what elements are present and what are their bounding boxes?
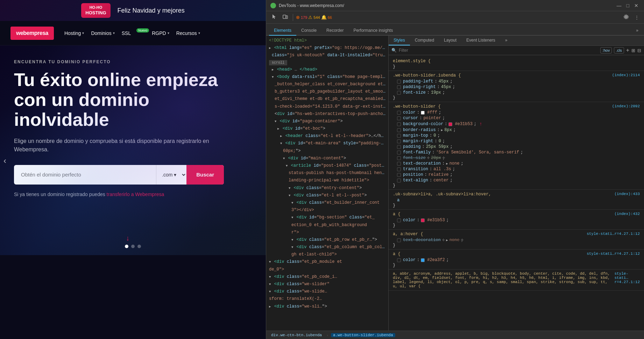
css-checkbox-4[interactable]: [397, 111, 401, 115]
css-prop-name-1[interactable]: padding-left: [403, 79, 433, 84]
html-builder-inner[interactable]: ▼ <div class="et_builder_inner_cont: [266, 199, 388, 207]
css-checkbox-2[interactable]: [397, 85, 401, 89]
html-pb-row[interactable]: ▼ <div class="et_pb_row et_pb_r…">: [266, 236, 388, 244]
devtools-minimize-btn[interactable]: —: [615, 3, 623, 8]
filter-icon-btn1[interactable]: ⊞: [631, 48, 635, 53]
css-val-a-color[interactable]: #e31b53: [427, 218, 445, 223]
nav-rgpd[interactable]: Nuevo RGPD ▾: [138, 30, 169, 36]
css-arrow-br[interactable]: ▶: [441, 128, 443, 132]
css-val-mt[interactable]: 0: [433, 133, 436, 138]
html-et-l-post[interactable]: ▼ <div class="et-l et-l--post">: [266, 192, 388, 199]
css-prop-name-a2-color[interactable]: color: [403, 258, 416, 262]
html-we-slide[interactable]: ▼ <div class="we-slide…: [266, 288, 388, 295]
css-val-ta[interactable]: center: [433, 178, 448, 183]
css-checkbox-19[interactable]: [397, 258, 401, 262]
css-color-swatch-a2[interactable]: [421, 258, 425, 262]
css-color-swatch-red[interactable]: [448, 122, 452, 126]
css-checkbox-18[interactable]: [397, 238, 401, 242]
css-arrow-ahover[interactable]: ▶: [446, 238, 448, 242]
css-prop-name-fs2[interactable]: font-size: [403, 156, 426, 160]
scroll-btn[interactable]: scroll: [269, 60, 287, 65]
css-prop-name-color[interactable]: color: [403, 110, 416, 115]
filter-hov-btn[interactable]: :hov: [600, 47, 612, 53]
css-checkbox-12[interactable]: [397, 156, 401, 160]
html-html-tag[interactable]: ▶ <html lang="es" prefix="og: https://og…: [266, 44, 388, 52]
css-checkbox-3[interactable]: [397, 91, 401, 95]
css-prop-name-2[interactable]: padding-right: [403, 85, 436, 89]
styles-tab-computed[interactable]: Computed: [410, 36, 439, 45]
css-prop-name-a-color[interactable]: color: [403, 218, 416, 223]
search-button[interactable]: Buscar: [186, 165, 224, 185]
html-article[interactable]: ▼ <article id="post-14874" class="post-1…: [266, 162, 388, 170]
css-prop-name-ff[interactable]: font-family: [403, 150, 431, 155]
status-node-div[interactable]: div.we-ctn-btn.iubenda: [269, 333, 324, 337]
carousel-dot-1[interactable]: [125, 245, 128, 248]
tab-recorder[interactable]: Recorder: [321, 26, 348, 36]
html-body[interactable]: ▼ <body data-rssl="1" class="home page-t…: [266, 73, 388, 81]
html-hs-div[interactable]: <div id="hs-web-interactives-top-push-an…: [266, 110, 388, 118]
html-et-main[interactable]: ▼ <div id="et-main-area" style="padding-…: [266, 140, 388, 147]
css-prop-name-ahover-td[interactable]: text-decoration: [403, 238, 441, 243]
elements-panel[interactable]: <!DOCTYPE html> ▶ <html lang="es" prefix…: [266, 36, 389, 331]
css-val-mr[interactable]: 0: [439, 139, 441, 144]
css-val-a2-color[interactable]: #2ea3f2: [427, 258, 445, 262]
filter-cls-btn[interactable]: .cls: [614, 47, 624, 53]
css-val-bg[interactable]: #e31b53: [455, 122, 472, 127]
css-prop-name-trans[interactable]: transition: [403, 167, 428, 172]
nav-ssl[interactable]: SSL: [122, 30, 131, 36]
css-prop-name-mt[interactable]: margin-top: [403, 133, 428, 138]
devtools-close-btn[interactable]: ✕: [633, 3, 640, 8]
css-prop-name-ta[interactable]: text-align: [403, 178, 428, 183]
tab-console[interactable]: Console: [296, 26, 321, 36]
html-bg-section[interactable]: ▼ <div id="bg-section" class="et_: [266, 214, 388, 221]
css-val-td[interactable]: none: [450, 161, 460, 166]
css-checkbox-16[interactable]: [397, 179, 401, 182]
html-header[interactable]: ▶ <header class="et-l et-l--header">…</h…: [266, 132, 388, 140]
css-prop-name-td[interactable]: text-decoration: [403, 161, 441, 166]
html-pb-module[interactable]: ▼ <div class="et_pb_module et: [266, 258, 388, 266]
css-prop-name-mr[interactable]: margin-right: [403, 139, 433, 144]
filter-icon-btn2[interactable]: ⊟: [637, 48, 641, 53]
nav-recursos[interactable]: Recursos ▾: [176, 30, 200, 36]
css-checkbox-6[interactable]: [397, 122, 401, 126]
carousel-prev-btn[interactable]: ‹: [3, 156, 6, 166]
transfer-link[interactable]: transferirlo a Webempresa: [107, 192, 164, 197]
tab-elements[interactable]: Elements: [269, 26, 296, 36]
css-val-br[interactable]: 8px: [444, 128, 452, 132]
tld-select[interactable]: .com ▾ .es .net .org: [156, 165, 186, 185]
filter-plus-btn[interactable]: +: [626, 47, 629, 53]
css-prop-name-3[interactable]: font-size: [403, 90, 426, 95]
html-we-slider[interactable]: ▼ <div class="we-slider": [266, 281, 388, 288]
css-prop-name-pad[interactable]: padding: [403, 144, 420, 149]
css-val-ff[interactable]: 'Sora Semibold', Sora, sans-serif: [436, 150, 519, 155]
css-checkbox-9[interactable]: [397, 139, 401, 143]
css-val-fs2[interactable]: 20px: [431, 156, 441, 160]
css-checkbox-14[interactable]: [397, 167, 401, 171]
css-color-swatch-a[interactable]: [421, 218, 425, 222]
html-we-sli[interactable]: ▶ <div class="we-sli…">: [266, 303, 388, 310]
css-checkbox-17[interactable]: [397, 218, 401, 222]
html-pb-column[interactable]: ▼ <div class="et_pb_column et_pb_column_…: [266, 244, 388, 251]
nav-dominios[interactable]: Dominios ▾: [91, 30, 114, 36]
domain-search-input[interactable]: [14, 172, 156, 178]
styles-tab-layout[interactable]: Layout: [439, 36, 461, 45]
carousel-dot-2[interactable]: [131, 245, 135, 248]
html-et-boc[interactable]: ▶ <div id="et-boc">: [266, 125, 388, 132]
css-val-trans[interactable]: all .3s: [433, 167, 451, 172]
css-checkbox-8[interactable]: [397, 134, 401, 138]
css-checkbox-7[interactable]: [397, 128, 401, 132]
styles-tab-more[interactable]: »: [500, 36, 512, 45]
css-prop-name-pos[interactable]: position: [403, 172, 423, 177]
css-checkbox-15[interactable]: [397, 173, 401, 177]
css-prop-name-cursor[interactable]: cursor: [403, 116, 418, 121]
cursor-select-btn[interactable]: [269, 13, 279, 22]
devtools-more-btn[interactable]: ⋮: [632, 13, 641, 21]
css-val-2[interactable]: 45px: [441, 85, 451, 89]
css-checkbox-11[interactable]: [397, 151, 401, 154]
nav-hosting[interactable]: Hosting ▾: [64, 30, 84, 36]
css-val-pad[interactable]: 25px 59px: [426, 144, 449, 149]
css-val-cursor[interactable]: pointer: [423, 116, 441, 121]
css-prop-name-bg[interactable]: background-color: [403, 122, 443, 127]
filter-input[interactable]: [399, 48, 598, 53]
styles-tab-events[interactable]: Event Listeners: [461, 36, 500, 45]
